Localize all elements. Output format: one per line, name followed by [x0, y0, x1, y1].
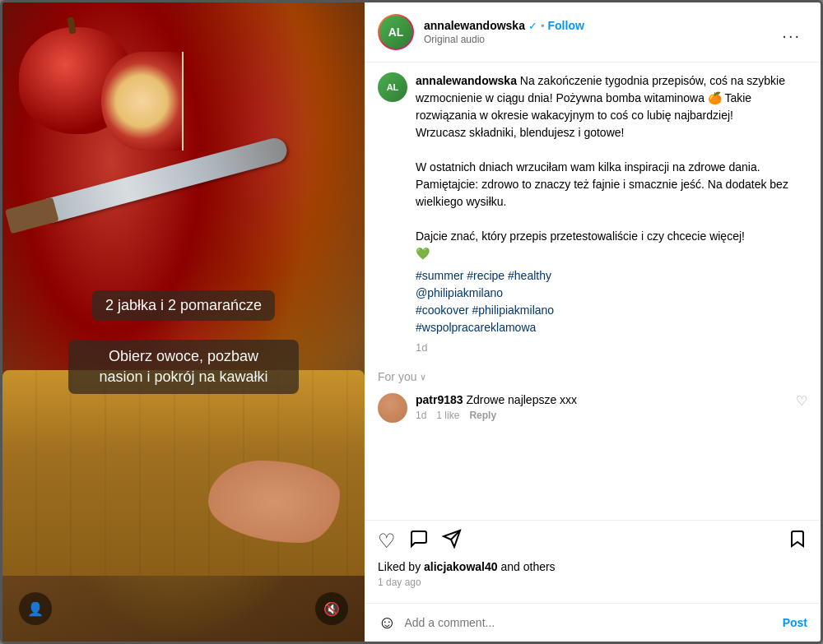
caption-body: annalewandowska Na zakończenie tygodnia …	[416, 72, 807, 360]
likes-suffix: and others	[500, 560, 555, 573]
comment-text-value: Zdrowe najlepsze xxx	[466, 393, 577, 406]
for-you-label: For you	[378, 370, 416, 383]
comment-username: patr9183	[416, 393, 463, 406]
comment-row: patr9183 Zdrowe najlepsze xxx 1d 1 like …	[378, 393, 807, 423]
bookmark-button[interactable]	[788, 529, 807, 554]
post-header: AL annalewandowska ✓ • Follow Original a…	[365, 2, 821, 63]
username-row: annalewandowska ✓ • Follow	[424, 19, 775, 32]
commenter-avatar	[378, 393, 407, 423]
likes-text: Liked by alicjakowal40 and others	[378, 560, 807, 573]
caption-section: AL annalewandowska Na zakończenie tygodn…	[378, 72, 807, 360]
video-panel: 2 jabłka i 2 pomarańcze Obierz owoce, po…	[2, 2, 365, 642]
for-you-row[interactable]: For you ∨	[378, 370, 807, 383]
like-button[interactable]: ♡	[378, 530, 396, 553]
emoji-icon: ☺	[378, 612, 396, 632]
follow-button[interactable]: Follow	[548, 19, 584, 32]
caption-time: 1d	[416, 341, 807, 354]
emoji-button[interactable]: ☺	[378, 612, 396, 633]
reply-button[interactable]: Reply	[469, 410, 496, 421]
comment-likes: 1 like	[436, 410, 459, 421]
share-button[interactable]	[442, 529, 462, 554]
mute-icon: 🔇	[323, 601, 340, 617]
avatar-inner: AL	[379, 16, 412, 49]
comment-meta: 1d 1 like Reply	[416, 410, 788, 421]
actions-bar: ♡ Like	[365, 520, 821, 603]
commenter-avatar-img	[378, 393, 407, 423]
subtitle-bottom: Obierz owoce, pozbaw nasion i pokrój na …	[68, 340, 299, 394]
action-icons-row: ♡	[378, 529, 807, 554]
dot-separator: •	[541, 20, 545, 32]
comment-body: patr9183 Zdrowe najlepsze xxx 1d 1 like …	[416, 393, 788, 421]
more-options-button[interactable]: ...	[775, 20, 807, 45]
header-username: annalewandowska	[424, 19, 525, 32]
subtitle-top: 2 jabłka i 2 pomarańcze	[92, 290, 275, 321]
right-panel: AL annalewandowska ✓ • Follow Original a…	[365, 2, 821, 642]
bookmark-icon	[788, 529, 807, 549]
apple-half	[101, 52, 184, 151]
comment-content: patr9183 Zdrowe najlepsze xxx	[416, 393, 788, 406]
video-controls: 👤 🔇	[2, 592, 365, 625]
caption-avatar: AL	[378, 72, 407, 102]
caption-main-text: Na zakończenie tygodnia przepisów, coś n…	[416, 74, 788, 260]
verified-badge: ✓	[528, 20, 537, 32]
caption-avatar-inner: AL	[378, 72, 407, 102]
caption-text: annalewandowska Na zakończenie tygodnia …	[416, 72, 807, 262]
comment-button[interactable]	[409, 529, 429, 554]
caption-username: annalewandowska	[416, 74, 517, 87]
likes-prefix: Liked by	[378, 560, 421, 573]
profile-icon: 👤	[27, 601, 44, 617]
comment-heart-button[interactable]: ♡	[796, 393, 807, 409]
original-audio-label: Original audio	[424, 34, 775, 45]
likes-username[interactable]: alicjakowal40	[424, 560, 498, 573]
share-icon	[442, 529, 462, 549]
post-comment-button[interactable]: Post	[783, 616, 807, 629]
chevron-down-icon: ∨	[420, 372, 426, 382]
post-content: AL annalewandowska Na zakończenie tygodn…	[365, 63, 821, 520]
mute-button[interactable]: 🔇	[315, 592, 348, 625]
comment-time: 1d	[416, 410, 426, 421]
post-time: 1 day ago	[378, 577, 807, 588]
header-info: annalewandowska ✓ • Follow Original audi…	[424, 19, 775, 45]
comment-input[interactable]	[404, 616, 774, 629]
comment-icon	[409, 529, 429, 549]
profile-button[interactable]: 👤	[19, 592, 52, 625]
avatar: AL	[378, 14, 414, 50]
add-comment-row: ☺ Post	[365, 603, 821, 642]
hashtags-text[interactable]: #summer #recipe #healthy @philipiakmilan…	[416, 267, 807, 336]
